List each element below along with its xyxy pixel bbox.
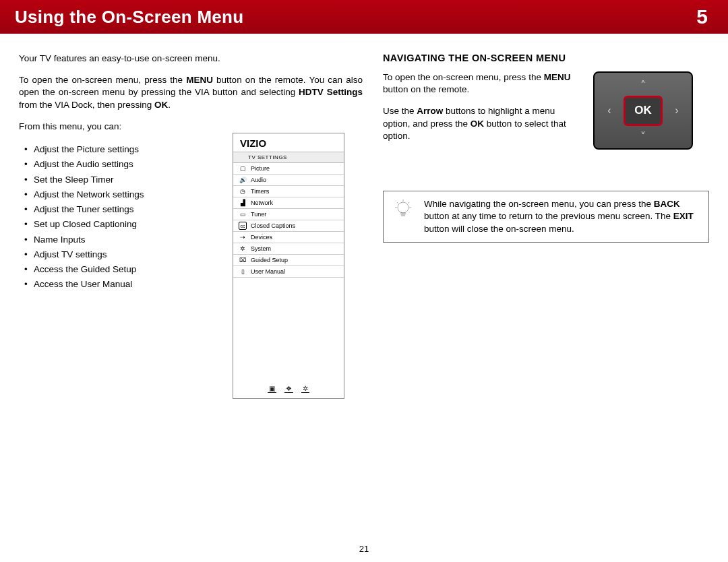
brand-logo: VIZIO [233,133,344,152]
svg-line-5 [408,202,409,204]
text: Use the [383,106,417,116]
menu-row-devices: ⇢Devices [233,232,344,243]
menu-row-manual: ▯User Manual [233,266,344,278]
nav-p2: Use the Arrow buttons to highlight a men… [383,105,578,142]
svg-point-0 [398,202,408,213]
row-label: Audio [251,177,266,183]
menu-row-picture: ▢Picture [233,163,344,175]
menu-row-cc: ccClosed Captions [233,220,344,232]
menu-row-system: ✲System [233,243,344,255]
row-label: Guided Setup [251,257,288,263]
page: Using the On-Screen Menu 5 Your TV featu… [0,0,728,562]
chapter-title: Using the On-Screen Menu [15,7,243,28]
text: To open the on-screen menu, press the [19,75,186,85]
menu-row-audio: 🔊Audio [233,175,344,186]
timers-icon: ◷ [239,187,247,195]
wide-icon: ▣ [268,385,276,393]
system-icon: ✲ [239,245,247,253]
lightbulb-icon [392,198,415,221]
panel-bottom-icons: ▣ ❖ ✲ [233,385,344,393]
row-label: Tuner [251,211,266,218]
content: Your TV features an easy-to-use on-scree… [0,34,728,292]
menu-row-guided: ⌧Guided Setup [233,255,344,266]
row-label: Picture [251,165,270,172]
ok-bold: OK [471,119,484,129]
tv-settings-panel: VIZIO TV SETTINGS ▢Picture 🔊Audio ◷Timer… [233,133,344,399]
audio-icon: 🔊 [239,176,247,184]
page-number: 21 [0,544,728,554]
back-bold: BACK [654,199,680,209]
tuner-icon: ▭ [239,210,247,218]
row-label: Closed Captions [251,222,295,229]
navigate-text: To open the on-screen menu, press the ME… [383,71,578,152]
tip-text: While navigating the on-screen menu, you… [424,198,700,235]
navigate-block: To open the on-screen menu, press the ME… [383,71,709,152]
menu-bold: MENU [544,72,571,82]
row-label: System [251,245,271,252]
arrow-right-icon: › [669,102,685,119]
intro-paragraph: Your TV features an easy-to-use on-scree… [19,53,363,65]
from-this-menu: From this menu, you can: [19,121,363,133]
arrow-down-icon: ˅ [635,128,651,144]
arrow-bold: Arrow [417,106,443,116]
nav-p1: To open the on-screen menu, press the ME… [383,71,578,96]
arrow-left-icon: ‹ [601,102,617,119]
text: . [168,100,171,110]
row-label: Network [251,199,273,206]
text: To open the on-screen menu, press the [383,72,544,82]
devices-icon: ⇢ [239,233,247,241]
hdtv-settings-bold: HDTV Settings [299,87,363,97]
row-label: Devices [251,234,272,241]
menu-bold: MENU [186,75,213,85]
gear-icon: ✲ [301,385,309,393]
cc-icon: cc [239,222,247,230]
text: from the VIA Dock, then pressing [19,100,154,110]
text: button on the remote. [383,84,469,94]
svg-line-4 [397,202,398,204]
guided-setup-icon: ⌧ [239,256,247,264]
open-menu-paragraph: To open the on-screen menu, press the ME… [19,74,363,111]
ok-button: OK [624,96,663,126]
tip-box: While navigating the on-screen menu, you… [383,191,709,243]
chapter-header: Using the On-Screen Menu 5 [0,0,728,34]
section-heading: NAVIGATING THE ON-SCREEN MENU [383,53,709,63]
via-icon: ❖ [284,385,293,393]
panel-subhead: TV SETTINGS [233,152,344,163]
row-label: Timers [251,188,269,195]
text: While navigating the on-screen menu, you… [424,199,654,209]
right-column: NAVIGATING THE ON-SCREEN MENU To open th… [383,53,709,292]
arrow-up-icon: ˄ [635,77,651,93]
text: button will close the on-screen menu. [424,224,574,234]
menu-row-network: ▟Network [233,197,344,209]
picture-icon: ▢ [239,164,247,173]
text: button at any time to return to the prev… [424,211,673,221]
exit-bold: EXIT [673,211,694,221]
menu-row-tuner: ▭Tuner [233,209,344,220]
remote-dpad: ˄ ˅ ‹ › OK [593,71,693,150]
row-label: User Manual [251,268,285,275]
network-icon: ▟ [239,199,247,207]
chapter-number: 5 [696,5,708,28]
ok-bold: OK [154,100,168,110]
manual-icon: ▯ [239,268,247,276]
menu-row-timers: ◷Timers [233,186,344,197]
